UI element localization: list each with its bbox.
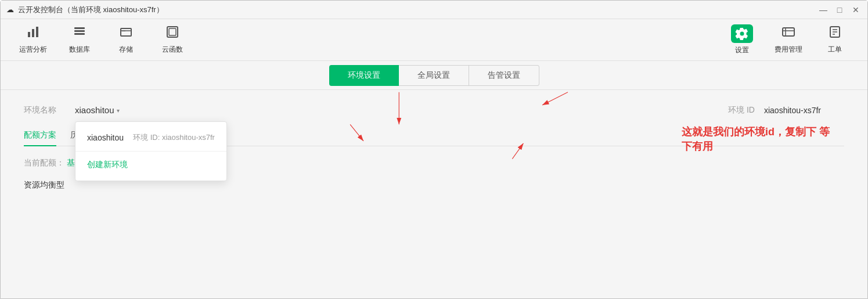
billing-label: 费用管理 [775, 45, 802, 55]
env-name-value: xiaoshitou [75, 105, 114, 115]
tab-alert-settings[interactable]: 告管设置 [469, 65, 539, 86]
tabbar: 环境设置 全局设置 告管设置 [1, 61, 867, 90]
storage-icon [119, 25, 133, 42]
analytics-icon [26, 25, 40, 42]
svg-rect-5 [74, 33, 85, 35]
titlebar-left: ☁ 云开发控制台（当前环境 xiaoshitou-xs7fr） [5, 5, 164, 15]
env-name-row: 环境名称 xiaoshitou ▾ xiaoshitou 环境 ID: xiao… [24, 104, 844, 116]
storage-label: 存储 [119, 45, 133, 55]
resource-section: 资源均衡型 [24, 180, 844, 190]
resource-title: 资源均衡型 [24, 180, 64, 189]
analytics-label: 运营分析 [19, 45, 47, 55]
env-dropdown-arrow: ▾ [117, 107, 120, 114]
maximize-button[interactable]: □ [833, 3, 847, 17]
env-name-selector[interactable]: xiaoshitou ▾ [70, 104, 124, 116]
toolbar-functions[interactable]: 云函数 [149, 21, 196, 59]
env-id-value: xiaoshitou-xs7fr [764, 106, 821, 115]
svg-line-19 [542, 92, 568, 105]
toolbar-storage[interactable]: 存储 [103, 21, 149, 59]
functions-label: 云函数 [162, 45, 183, 55]
dropdown-divider [75, 151, 226, 152]
env-id-label: 环境 ID [728, 105, 755, 116]
ticket-icon [828, 25, 842, 42]
svg-rect-4 [74, 30, 85, 32]
tab-env-settings[interactable]: 环境设置 [329, 65, 399, 86]
database-icon [73, 25, 87, 42]
env-name-label: 环境名称 [24, 105, 70, 116]
minimize-button[interactable]: — [816, 3, 830, 17]
close-button[interactable]: ✕ [849, 3, 863, 17]
toolbar-ticket[interactable]: 工单 [812, 21, 858, 59]
svg-rect-1 [32, 29, 34, 37]
svg-rect-9 [169, 28, 176, 35]
dropdown-env-name: xiaoshitou [87, 133, 124, 142]
sub-tab-quota[interactable]: 配额方案 [24, 125, 56, 146]
allocation-label: 当前配额： [24, 158, 64, 167]
app-icon: ☁ [5, 5, 15, 15]
toolbar: 运营分析 数据库 存储 [1, 19, 867, 61]
window-title: 云开发控制台（当前环境 xiaoshitou-xs7fr） [18, 5, 164, 15]
window-controls: — □ ✕ [816, 3, 863, 17]
ticket-label: 工单 [828, 45, 842, 55]
toolbar-settings[interactable]: 设置 [719, 21, 765, 59]
main-content: 环境名称 xiaoshitou ▾ xiaoshitou 环境 ID: xiao… [1, 90, 867, 204]
toolbar-analytics[interactable]: 运营分析 [10, 21, 56, 59]
toolbar-billing[interactable]: 费用管理 [765, 21, 812, 59]
dropdown-env-id: 环境 ID: xiaoshitou-xs7fr [133, 132, 215, 143]
billing-icon [781, 25, 795, 42]
toolbar-database[interactable]: 数据库 [56, 21, 103, 59]
svg-rect-2 [36, 27, 38, 37]
settings-label: 设置 [735, 45, 749, 55]
functions-icon [165, 25, 179, 42]
titlebar: ☁ 云开发控制台（当前环境 xiaoshitou-xs7fr） — □ ✕ [1, 1, 867, 19]
env-id-section: 环境 ID xiaoshitou-xs7fr [728, 105, 821, 116]
tab-global-settings[interactable]: 全局设置 [399, 65, 469, 86]
svg-rect-3 [74, 27, 85, 29]
dropdown-env-item[interactable]: xiaoshitou 环境 ID: xiaoshitou-xs7fr [75, 127, 226, 149]
svg-rect-0 [28, 32, 30, 37]
env-dropdown: xiaoshitou 环境 ID: xiaoshitou-xs7fr 创建新环境 [75, 121, 227, 181]
svg-rect-10 [783, 28, 794, 36]
dropdown-create-env[interactable]: 创建新环境 [75, 154, 226, 176]
svg-rect-6 [121, 28, 131, 36]
settings-icon [731, 24, 753, 43]
database-label: 数据库 [69, 45, 90, 55]
